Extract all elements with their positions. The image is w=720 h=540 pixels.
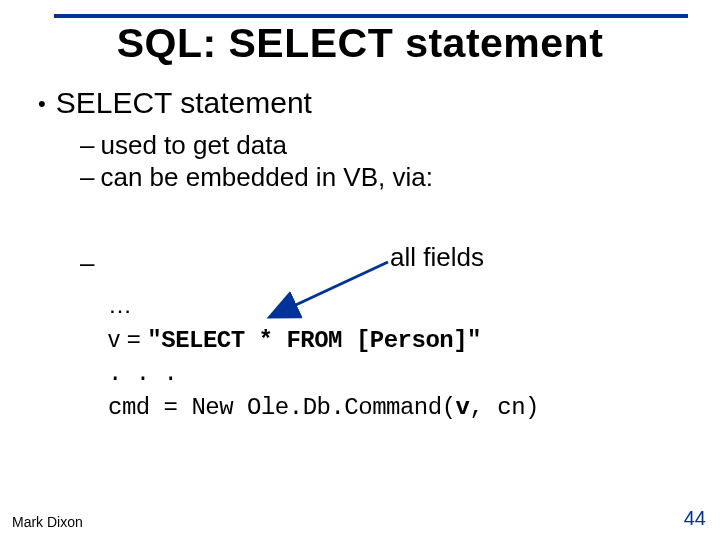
code-line-ellipsis: … bbox=[108, 288, 539, 322]
code-var-v: v = bbox=[108, 325, 147, 352]
code-cmd-arg: v bbox=[456, 394, 470, 421]
page-title: SQL: SELECT statement bbox=[0, 20, 720, 67]
code-line-dots: . . . bbox=[108, 357, 539, 391]
bullet-level2: –used to get data bbox=[80, 130, 287, 161]
code-line-assign: v = "SELECT * FROM [Person]" bbox=[108, 322, 539, 358]
arrow-icon bbox=[0, 0, 720, 540]
bullet-dash-icon: – bbox=[80, 162, 94, 192]
code-cmd-prefix: cmd = New Ole.Db.Command( bbox=[108, 394, 456, 421]
code-cmd-suffix: , cn) bbox=[469, 394, 539, 421]
bullet-dash-icon: – bbox=[80, 248, 94, 278]
footer-author: Mark Dixon bbox=[12, 514, 83, 530]
bullet-l1-text: SELECT statement bbox=[56, 86, 312, 119]
bullet-l2a-text: used to get data bbox=[100, 130, 286, 160]
bullet-l2b-text: can be embedded in VB, via: bbox=[100, 162, 432, 192]
footer-page-number: 44 bbox=[684, 507, 706, 530]
bullet-dot-icon: • bbox=[38, 91, 46, 117]
bullet-level2-empty: – bbox=[80, 248, 100, 279]
title-rule bbox=[54, 14, 688, 18]
annotation-all-fields: all fields bbox=[390, 242, 484, 273]
bullet-dash-icon: – bbox=[80, 130, 94, 160]
bullet-level2: –can be embedded in VB, via: bbox=[80, 162, 433, 193]
code-line-cmd: cmd = New Ole.Db.Command(v, cn) bbox=[108, 391, 539, 425]
code-block: … v = "SELECT * FROM [Person]" . . . cmd… bbox=[108, 288, 539, 424]
bullet-level1: •SELECT statement bbox=[38, 86, 312, 120]
code-sql-string: "SELECT * FROM [Person]" bbox=[147, 327, 481, 354]
